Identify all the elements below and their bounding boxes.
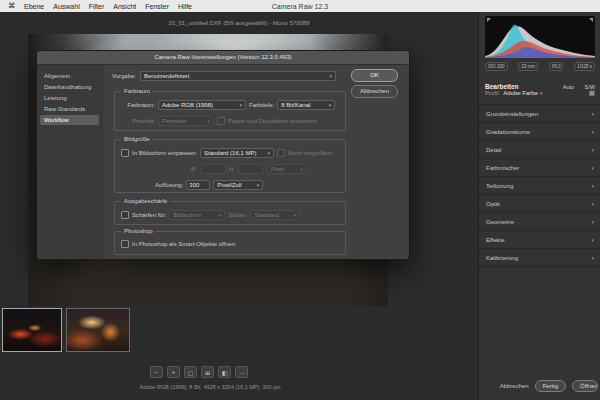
amount-select: Standard ▾ (250, 210, 300, 220)
profile-browser-icon[interactable]: ▦ (589, 89, 595, 97)
more-options-icon[interactable]: ⋯ (235, 366, 248, 378)
unit-value: Pixel (271, 166, 284, 172)
histogram[interactable] (485, 16, 595, 58)
dropdown-chevron-icon: ▾ (330, 73, 333, 79)
shadow-clipping-icon[interactable] (487, 18, 491, 22)
intent-label: Priorität: (121, 118, 155, 124)
filmstrip-thumbnail-1[interactable] (2, 308, 62, 352)
focal-value: 23 mm (518, 62, 538, 71)
menu-ebene[interactable]: Ebene (24, 3, 44, 10)
dialog-cancel-button[interactable]: Abbrechen (351, 85, 398, 98)
profile-select[interactable]: Adobe Farbe (503, 90, 538, 96)
unit-select: Pixel ▾ (267, 164, 307, 174)
panel-section-effekte[interactable]: Effekte▾ (479, 231, 600, 249)
shutter-value: 1/125 s (574, 62, 595, 71)
sidebar-item-allgemein[interactable]: Allgemein (40, 71, 99, 81)
menu-auswahl[interactable]: Auswahl (53, 3, 79, 10)
image-sizing-group: Bildgröße In Bildschirm einpassen: Stand… (114, 139, 346, 193)
grid-view-icon[interactable]: ⊞ (201, 366, 214, 378)
height-label: H: (229, 166, 235, 172)
panel-section-grundeinstellungen[interactable]: Grundeinstellungen▾ (479, 105, 600, 123)
preset-value: Benutzerdefiniert (144, 73, 189, 79)
space-label: Farbraum: (121, 102, 155, 108)
resize-select[interactable]: Standard (16,1 MP) ▾ (200, 148, 274, 158)
sharpen-checkbox[interactable] (121, 211, 129, 219)
profile-row: Profil:Adobe Farbe▾ ▦ (485, 89, 595, 97)
chevron-icon: ▾ (591, 237, 594, 243)
space-select[interactable]: Adobe RGB (1998) ▾ (158, 100, 246, 110)
dialog-content: Vorgabe: Benutzerdefiniert ▾ OK Abbreche… (104, 65, 409, 259)
fit-view-icon[interactable]: ▢ (184, 366, 197, 378)
footer-buttons: Abbrechen Fertig Öffnen (500, 380, 598, 392)
width-field (200, 164, 226, 174)
chevron-icon: ▾ (591, 165, 594, 171)
screen: ⌘ Ebene Auswahl Filter Ansicht Fenster H… (0, 0, 600, 400)
dropdown-chevron-icon: ▾ (239, 102, 242, 108)
resolution-label: Auflösung: (155, 182, 183, 188)
open-image-button[interactable]: Öffnen (572, 380, 598, 392)
amount-label: Stärke: (228, 212, 247, 218)
dropdown-chevron-icon: ▾ (219, 212, 222, 218)
chevron-icon: ▾ (591, 111, 594, 117)
panel-section-detail[interactable]: Detail▾ (479, 141, 600, 159)
dialog-title: Camera Raw-Voreinstellungen (Version 12.… (37, 51, 409, 65)
output-sharpening-legend: Ausgabeschärfe (121, 198, 170, 205)
section-label: Effekte (486, 237, 505, 243)
panel-section-gradationskurve[interactable]: Gradationskurve▾ (479, 123, 600, 141)
sidebar-item-raw-standards[interactable]: Raw-Standards (40, 104, 99, 114)
cancel-button[interactable]: Abbrechen (500, 383, 529, 389)
section-label: Grundeinstellungen (486, 111, 538, 117)
aperture-value: f/9,0 (549, 62, 564, 71)
ok-button[interactable]: OK (351, 69, 398, 82)
zoom-out-icon[interactable]: − (150, 366, 163, 378)
zoom-in-icon[interactable]: + (167, 366, 180, 378)
section-label: Geometrie (486, 219, 514, 225)
sidebar-item-dateihandhabung[interactable]: Dateihandhabung (40, 82, 99, 92)
sharpen-value: Bildschirm (173, 212, 201, 218)
profile-label: Profil: (485, 90, 500, 96)
dialog-sidebar: Allgemein Dateihandhabung Leistung Raw-S… (37, 65, 103, 259)
exif-info: ISO 200 23 mm f/9,0 1/125 s (485, 62, 595, 71)
preset-label: Vorgabe: (112, 73, 136, 79)
panel-section-teiltonung[interactable]: Teiltonung▾ (479, 177, 600, 195)
sidebar-item-workflow[interactable]: Workflow (40, 115, 99, 125)
smart-objects-checkbox[interactable] (121, 240, 129, 248)
panel-section-geometrie[interactable]: Geometrie▾ (479, 213, 600, 231)
chevron-icon: ▾ (591, 183, 594, 189)
done-button[interactable]: Fertig (535, 380, 566, 392)
sharpen-label: Schärfen für: (132, 212, 166, 218)
chevron-icon: ▾ (591, 219, 594, 225)
height-field (238, 164, 264, 174)
resize-checkbox[interactable] (121, 149, 129, 157)
dropdown-chevron-icon: ▾ (329, 102, 332, 108)
resolution-unit-value: Pixel/Zoll (217, 182, 241, 188)
resolution-unit-select[interactable]: Pixel/Zoll ▾ (213, 180, 263, 190)
menu-bar: ⌘ Ebene Auswahl Filter Ansicht Fenster H… (0, 0, 600, 12)
menu-hilfe[interactable]: Hilfe (178, 3, 192, 10)
panel-section-kalibrierung[interactable]: Kalibrierung▾ (479, 249, 600, 267)
edit-panel: ISO 200 23 mm f/9,0 1/125 s Bearbeiten A… (478, 12, 600, 400)
resolution-field[interactable]: 300 (186, 180, 210, 190)
panel-section-optik[interactable]: Optik▾ (479, 195, 600, 213)
resize-value: Standard (16,1 MP) (204, 150, 256, 156)
output-sharpening-group: Ausgabeschärfe Schärfen für: Bildschirm … (114, 201, 346, 225)
apple-menu-icon[interactable]: ⌘ (8, 2, 15, 10)
section-label: Gradationskurve (486, 129, 530, 135)
before-after-icon[interactable]: ◧ (218, 366, 231, 378)
dropdown-chevron-icon: ▾ (294, 212, 297, 218)
menu-fenster[interactable]: Fenster (145, 3, 169, 10)
space-value: Adobe RGB (1998) (162, 102, 213, 108)
depth-select[interactable]: 8 Bit/Kanal ▾ (277, 100, 335, 110)
highlight-clipping-icon[interactable] (589, 18, 593, 22)
filmstrip-thumbnail-2[interactable] (66, 308, 130, 352)
image-sizing-legend: Bildgröße (121, 136, 153, 143)
preset-select[interactable]: Benutzerdefiniert ▾ (140, 71, 336, 81)
depth-value: 8 Bit/Kanal (281, 102, 310, 108)
menu-ansicht[interactable]: Ansicht (113, 3, 136, 10)
panel-section-farbmischer[interactable]: Farbmischer▾ (479, 159, 600, 177)
dont-enlarge-checkbox (277, 149, 285, 157)
section-label: Farbmischer (486, 165, 519, 171)
menu-filter[interactable]: Filter (89, 3, 105, 10)
workflow-info-link[interactable]: Adobe RGB (1998); 8 Bit; 4928 x 3264 (16… (0, 384, 420, 390)
sidebar-item-leistung[interactable]: Leistung (40, 93, 99, 103)
